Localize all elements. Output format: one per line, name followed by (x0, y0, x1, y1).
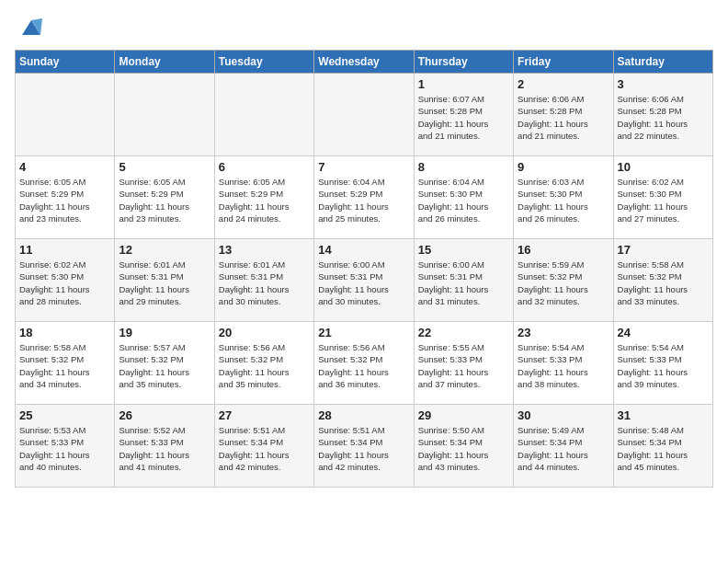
weekday-header-thursday: Thursday (414, 51, 513, 74)
day-number: 7 (318, 160, 409, 174)
week-row-5: 25Sunrise: 5:53 AM Sunset: 5:33 PM Dayli… (16, 405, 713, 488)
calendar-cell: 10Sunrise: 6:02 AM Sunset: 5:30 PM Dayli… (613, 156, 712, 239)
calendar-cell: 27Sunrise: 5:51 AM Sunset: 5:34 PM Dayli… (214, 405, 313, 488)
calendar-cell: 28Sunrise: 5:51 AM Sunset: 5:34 PM Dayli… (314, 405, 414, 488)
calendar-cell: 5Sunrise: 6:05 AM Sunset: 5:29 PM Daylig… (115, 156, 214, 239)
day-number: 24 (618, 326, 709, 339)
day-info: Sunrise: 6:05 AM Sunset: 5:29 PM Dayligh… (19, 176, 110, 224)
logo (15, 15, 44, 40)
calendar-cell: 14Sunrise: 6:00 AM Sunset: 5:31 PM Dayli… (314, 239, 414, 322)
weekday-header-monday: Monday (115, 51, 214, 74)
day-info: Sunrise: 5:50 AM Sunset: 5:34 PM Dayligh… (418, 424, 509, 473)
calendar-cell: 4Sunrise: 6:05 AM Sunset: 5:29 PM Daylig… (16, 156, 115, 239)
day-number: 23 (518, 326, 609, 339)
weekday-header-saturday: Saturday (613, 51, 712, 74)
weekday-header-friday: Friday (514, 51, 613, 74)
week-row-1: 1Sunrise: 6:07 AM Sunset: 5:28 PM Daylig… (16, 74, 713, 156)
calendar-cell: 20Sunrise: 5:56 AM Sunset: 5:32 PM Dayli… (214, 322, 313, 405)
day-info: Sunrise: 6:03 AM Sunset: 5:30 PM Dayligh… (518, 176, 609, 224)
day-info: Sunrise: 6:05 AM Sunset: 5:29 PM Dayligh… (119, 176, 210, 224)
day-number: 30 (518, 408, 609, 422)
calendar-cell: 30Sunrise: 5:49 AM Sunset: 5:34 PM Dayli… (514, 405, 613, 488)
day-info: Sunrise: 5:53 AM Sunset: 5:33 PM Dayligh… (19, 424, 110, 473)
calendar-cell (16, 74, 115, 156)
calendar-cell: 23Sunrise: 5:54 AM Sunset: 5:33 PM Dayli… (514, 322, 613, 405)
day-number: 17 (618, 243, 709, 257)
calendar-cell: 9Sunrise: 6:03 AM Sunset: 5:30 PM Daylig… (514, 156, 613, 239)
weekday-header-sunday: Sunday (16, 51, 115, 74)
calendar-cell: 15Sunrise: 6:00 AM Sunset: 5:31 PM Dayli… (414, 239, 513, 322)
day-info: Sunrise: 5:56 AM Sunset: 5:32 PM Dayligh… (219, 341, 310, 390)
day-info: Sunrise: 6:00 AM Sunset: 5:31 PM Dayligh… (418, 259, 509, 307)
calendar-cell: 24Sunrise: 5:54 AM Sunset: 5:33 PM Dayli… (613, 322, 712, 405)
calendar-cell: 3Sunrise: 6:06 AM Sunset: 5:28 PM Daylig… (613, 74, 712, 156)
day-number: 4 (19, 160, 110, 174)
day-info: Sunrise: 5:48 AM Sunset: 5:34 PM Dayligh… (618, 424, 709, 473)
calendar-cell: 21Sunrise: 5:56 AM Sunset: 5:32 PM Dayli… (314, 322, 414, 405)
calendar-cell: 31Sunrise: 5:48 AM Sunset: 5:34 PM Dayli… (613, 405, 712, 488)
calendar-cell: 19Sunrise: 5:57 AM Sunset: 5:32 PM Dayli… (115, 322, 214, 405)
day-number: 10 (618, 160, 709, 174)
day-info: Sunrise: 5:52 AM Sunset: 5:33 PM Dayligh… (119, 424, 210, 473)
day-info: Sunrise: 6:01 AM Sunset: 5:31 PM Dayligh… (219, 259, 310, 307)
week-row-3: 11Sunrise: 6:02 AM Sunset: 5:30 PM Dayli… (16, 239, 713, 322)
calendar-body: 1Sunrise: 6:07 AM Sunset: 5:28 PM Daylig… (16, 74, 713, 488)
day-number: 11 (19, 243, 110, 257)
day-info: Sunrise: 6:06 AM Sunset: 5:28 PM Dayligh… (518, 93, 609, 142)
day-info: Sunrise: 6:04 AM Sunset: 5:29 PM Dayligh… (318, 176, 409, 224)
calendar-table: SundayMondayTuesdayWednesdayThursdayFrid… (15, 50, 713, 488)
day-number: 12 (119, 243, 210, 257)
calendar-cell (314, 74, 414, 156)
day-info: Sunrise: 5:54 AM Sunset: 5:33 PM Dayligh… (518, 341, 609, 390)
calendar-cell: 6Sunrise: 6:05 AM Sunset: 5:29 PM Daylig… (214, 156, 313, 239)
day-info: Sunrise: 6:00 AM Sunset: 5:31 PM Dayligh… (318, 259, 409, 307)
calendar-cell: 7Sunrise: 6:04 AM Sunset: 5:29 PM Daylig… (314, 156, 414, 239)
day-info: Sunrise: 5:58 AM Sunset: 5:32 PM Dayligh… (19, 341, 110, 390)
day-number: 21 (318, 326, 409, 339)
day-number: 19 (119, 326, 210, 339)
day-number: 29 (418, 408, 509, 422)
page-header (15, 15, 713, 40)
day-number: 16 (518, 243, 609, 257)
day-info: Sunrise: 6:01 AM Sunset: 5:31 PM Dayligh… (119, 259, 210, 307)
day-number: 18 (19, 326, 110, 339)
day-number: 20 (219, 326, 310, 339)
calendar-cell: 18Sunrise: 5:58 AM Sunset: 5:32 PM Dayli… (16, 322, 115, 405)
day-number: 6 (219, 160, 310, 174)
day-number: 5 (119, 160, 210, 174)
day-number: 31 (618, 408, 709, 422)
weekday-header-tuesday: Tuesday (214, 51, 313, 74)
day-info: Sunrise: 5:57 AM Sunset: 5:32 PM Dayligh… (119, 341, 210, 390)
day-info: Sunrise: 6:07 AM Sunset: 5:28 PM Dayligh… (418, 93, 509, 142)
day-number: 1 (418, 77, 509, 91)
calendar-cell (214, 74, 313, 156)
day-info: Sunrise: 6:04 AM Sunset: 5:30 PM Dayligh… (418, 176, 509, 224)
week-row-2: 4Sunrise: 6:05 AM Sunset: 5:29 PM Daylig… (16, 156, 713, 239)
day-info: Sunrise: 5:55 AM Sunset: 5:33 PM Dayligh… (418, 341, 509, 390)
day-info: Sunrise: 5:51 AM Sunset: 5:34 PM Dayligh… (318, 424, 409, 473)
calendar-cell: 1Sunrise: 6:07 AM Sunset: 5:28 PM Daylig… (414, 74, 513, 156)
day-number: 3 (618, 77, 709, 91)
calendar-cell: 13Sunrise: 6:01 AM Sunset: 5:31 PM Dayli… (214, 239, 313, 322)
day-number: 25 (19, 408, 110, 422)
day-number: 22 (418, 326, 509, 339)
logo-icon (18, 15, 44, 40)
week-row-4: 18Sunrise: 5:58 AM Sunset: 5:32 PM Dayli… (16, 322, 713, 405)
calendar-cell: 12Sunrise: 6:01 AM Sunset: 5:31 PM Dayli… (115, 239, 214, 322)
day-info: Sunrise: 5:49 AM Sunset: 5:34 PM Dayligh… (518, 424, 609, 473)
weekday-header-wednesday: Wednesday (314, 51, 414, 74)
day-number: 15 (418, 243, 509, 257)
calendar-cell: 17Sunrise: 5:58 AM Sunset: 5:32 PM Dayli… (613, 239, 712, 322)
day-info: Sunrise: 5:59 AM Sunset: 5:32 PM Dayligh… (518, 259, 609, 307)
day-info: Sunrise: 6:05 AM Sunset: 5:29 PM Dayligh… (219, 176, 310, 224)
day-number: 28 (318, 408, 409, 422)
calendar-cell (115, 74, 214, 156)
day-number: 13 (219, 243, 310, 257)
day-number: 27 (219, 408, 310, 422)
day-info: Sunrise: 5:56 AM Sunset: 5:32 PM Dayligh… (318, 341, 409, 390)
day-number: 2 (518, 77, 609, 91)
weekday-header-row: SundayMondayTuesdayWednesdayThursdayFrid… (16, 51, 713, 74)
day-info: Sunrise: 5:58 AM Sunset: 5:32 PM Dayligh… (618, 259, 709, 307)
calendar-cell: 29Sunrise: 5:50 AM Sunset: 5:34 PM Dayli… (414, 405, 513, 488)
day-info: Sunrise: 5:51 AM Sunset: 5:34 PM Dayligh… (219, 424, 310, 473)
